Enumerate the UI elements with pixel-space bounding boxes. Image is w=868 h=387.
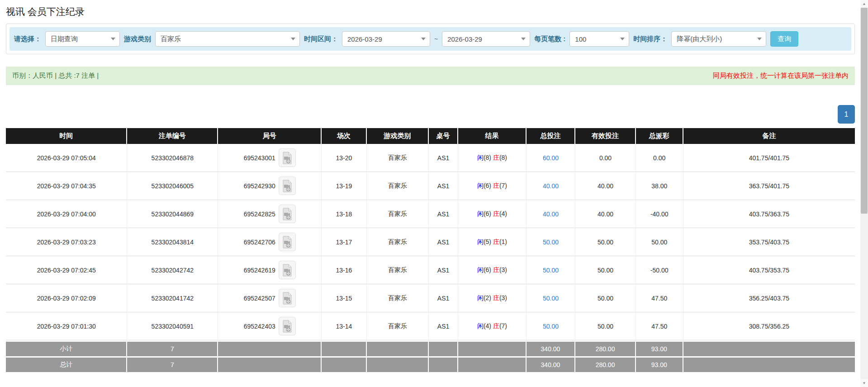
video-replay-button[interactable] [279,148,296,167]
total-bet-link[interactable]: 60.00 [543,154,559,162]
column-header-0: 时间 [6,128,127,144]
cell-round-number: 695242706 [218,228,322,256]
cell-time: 2026-03-29 07:04:00 [6,200,127,228]
time-sort-select[interactable]: 降幂(由大到小) [671,31,766,47]
scroll-down-arrow-icon[interactable]: ▼ [860,379,868,387]
scroll-up-arrow-icon[interactable]: ▲ [860,0,868,8]
search-button[interactable]: 查询 [770,31,798,47]
video-replay-button[interactable] [279,261,296,279]
cell-bet-number: 523302041742 [127,284,218,312]
totals-row: 小计7340.00280.0093.00 [6,340,855,356]
cell-time: 2026-03-29 07:05:04 [6,144,127,172]
player-result: 闲 [477,266,484,273]
video-file-icon [282,264,292,277]
cell-result: 闲(6) 庄(3) [458,256,526,284]
page-size-value: 100 [575,35,586,43]
video-replay-button[interactable] [279,317,296,335]
total-bet-link[interactable]: 40.00 [543,182,559,190]
cell-total-bet[interactable]: 50.00 [526,312,576,340]
video-file-icon [282,180,292,192]
cell-result: 闲(5) 庄(1) [458,228,526,256]
filter-bar: 请选择： 日期查询 游戏类别 百家乐 时间区间： 2026-03-29 ~ 20… [9,27,851,51]
player-result: 闲 [477,238,484,245]
cell-game-type: 百家乐 [367,172,429,200]
date-to-select[interactable]: 2026-03-29 [442,31,530,47]
cell-time: 2026-03-29 07:03:23 [6,228,127,256]
cell-result: 闲(6) 庄(4) [458,200,526,228]
pagination: 1 [6,105,855,124]
chevron-down-icon [111,38,115,40]
currency-total-text: 币别：人民币 | 总共 :7 注单 | [12,72,99,80]
table-row: 2026-03-29 07:02:45523302042742695242619… [6,256,855,284]
scrollbar-thumb[interactable] [861,8,868,214]
total-bet-link[interactable]: 50.00 [543,267,559,274]
date-from-select[interactable]: 2026-03-29 [342,31,430,47]
cell-round-number: 695243001 [218,144,322,172]
chevron-down-icon [620,38,625,40]
cell-round-number: 695242403 [218,312,322,340]
video-replay-button[interactable] [279,233,296,251]
cell-session: 13-15 [322,284,366,312]
banker-result: 庄 [493,210,499,217]
chevron-down-icon [291,38,295,40]
totals-total-bet: 340.00 [526,340,576,356]
date-to-value: 2026-03-29 [447,35,482,43]
cell-valid-bet: 50.00 [575,228,636,256]
total-bet-link[interactable]: 50.00 [543,239,559,246]
column-header-7: 总投注 [526,128,576,144]
column-header-6: 结果 [458,128,526,144]
cell-game-type: 百家乐 [367,284,429,312]
totals-label: 总计 [6,356,127,372]
cell-valid-bet: 0.00 [575,144,636,172]
totals-empty [683,356,855,372]
cell-total-bet[interactable]: 50.00 [526,284,576,312]
player-result: 闲 [477,322,484,330]
video-replay-button[interactable] [279,205,296,223]
cell-game-type: 百家乐 [367,312,429,340]
round-number: 695242825 [244,210,275,218]
table-row: 2026-03-29 07:01:30523302040591695242403… [6,312,855,340]
cell-total-bet[interactable]: 40.00 [526,172,576,200]
video-file-icon [282,292,292,305]
date-range-label: 时间区间： [304,35,338,43]
video-file-icon [282,208,292,220]
totals-empty [218,356,322,372]
video-file-icon [282,320,292,333]
cell-session: 13-14 [322,312,366,340]
filter-panel: 请选择： 日期查询 游戏类别 百家乐 时间区间： 2026-03-29 ~ 20… [6,24,855,54]
game-category-select[interactable]: 百家乐 [155,31,300,47]
cell-total-bet[interactable]: 50.00 [526,256,576,284]
round-number: 695242507 [244,295,275,302]
totals-total-bet: 340.00 [526,356,576,372]
totals-empty [458,340,526,356]
total-bet-link[interactable]: 40.00 [543,210,559,218]
cell-table-number: AS1 [429,284,459,312]
cell-table-number: AS1 [429,312,459,340]
cell-time: 2026-03-29 07:04:35 [6,172,127,200]
cell-note: 353.75/403.75 [683,228,855,256]
cell-note: 403.75/363.75 [683,200,855,228]
cell-table-number: AS1 [429,144,459,172]
video-replay-button[interactable] [279,289,296,307]
video-replay-button[interactable] [279,177,296,195]
player-result: 闲 [477,294,484,301]
page-size-select[interactable]: 100 [569,31,629,47]
round-number: 695242403 [244,323,275,330]
column-header-5: 桌号 [429,128,459,144]
cell-total-bet[interactable]: 60.00 [526,144,576,172]
cell-note: 401.75/401.75 [683,144,855,172]
date-from-value: 2026-03-29 [347,35,382,43]
vertical-scrollbar[interactable]: ▲ ▼ [860,0,868,387]
total-bet-link[interactable]: 50.00 [543,323,559,330]
page-1-button[interactable]: 1 [838,105,855,124]
cell-payout: 0.00 [636,144,683,172]
total-bet-link[interactable]: 50.00 [543,295,559,302]
query-type-select[interactable]: 日期查询 [45,31,120,47]
chevron-down-icon [757,38,762,40]
query-type-value: 日期查询 [51,35,78,43]
cell-round-number: 695242507 [218,284,322,312]
cell-total-bet[interactable]: 50.00 [526,228,576,256]
cell-total-bet[interactable]: 40.00 [526,200,576,228]
round-number: 695242706 [244,239,275,246]
player-result: 闲 [477,182,484,189]
